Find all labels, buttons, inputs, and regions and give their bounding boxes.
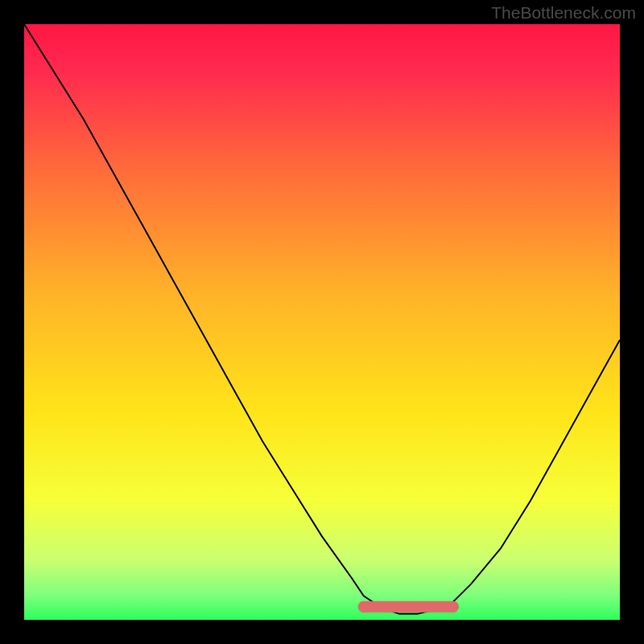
watermark-text: TheBottleneck.com <box>491 3 636 23</box>
bottleneck-chart: TheBottleneck.com <box>0 0 644 644</box>
optimal-range-dot-right <box>448 601 459 613</box>
chart-canvas <box>0 0 644 644</box>
plot-background <box>24 24 620 620</box>
optimal-range-dot-left <box>358 601 369 613</box>
